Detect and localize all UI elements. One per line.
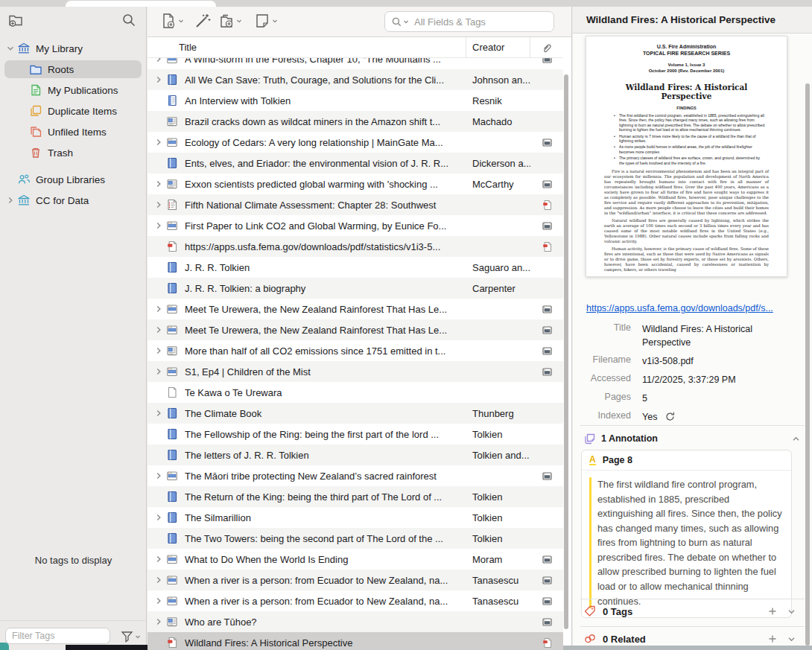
item-creator: Moram: [466, 554, 530, 565]
chevron-down-icon[interactable]: [787, 634, 796, 644]
expand-chevron-icon[interactable]: [153, 221, 164, 230]
item-row[interactable]: Fifth National Climate Assessment: Chapt…: [148, 194, 563, 215]
item-row[interactable]: What to Do When the World Is EndingMoram: [148, 549, 563, 570]
expand-chevron-icon[interactable]: [153, 179, 164, 188]
item-row[interactable]: Brazil cracks down as wildcat miners in …: [148, 111, 563, 132]
new-item-button[interactable]: [159, 12, 185, 30]
collection-trash[interactable]: Trash: [0, 142, 146, 163]
tag-filter-input[interactable]: [5, 628, 110, 644]
item-row[interactable]: When a river is a person: from Ecuador t…: [148, 590, 563, 611]
item-row[interactable]: Exxon scientists predicted global warmin…: [148, 173, 563, 194]
expand-chevron-icon[interactable]: [153, 346, 164, 355]
pdf-paragraph: Natural wildland fires are generally cau…: [604, 218, 769, 244]
expand-chevron-icon[interactable]: [153, 367, 164, 376]
item-row[interactable]: J. R. R. TolkienSaguaro an...: [148, 257, 563, 278]
column-header-creator[interactable]: Creator: [466, 37, 530, 57]
item-creator: Dickerson a...: [466, 158, 530, 169]
metadata-value[interactable]: Yes: [642, 410, 676, 424]
pdf-preview[interactable]: U.S. Fire Administration TOPICAL FIRE RE…: [586, 36, 787, 277]
item-row[interactable]: The letters of J. R. R. TolkienTolkien a…: [148, 445, 563, 465]
item-row[interactable]: Who are Tūhoe?: [148, 611, 563, 632]
expand-chevron-icon[interactable]: [153, 325, 164, 334]
expand-chevron-icon[interactable]: [153, 555, 164, 564]
tags-section-header[interactable]: 0 Tags: [583, 600, 801, 622]
quick-search-box[interactable]: [384, 11, 554, 32]
item-title: The letters of J. R. R. Tolkien: [185, 450, 466, 461]
item-row[interactable]: https://apps.usfa.fema.gov/downloads/pdf…: [148, 236, 563, 257]
add-related-button[interactable]: [767, 634, 778, 644]
collections-tree: My LibraryRootsMy PublicationsDuplicate …: [0, 38, 146, 211]
column-header-attachment[interactable]: [530, 37, 563, 57]
item-row[interactable]: Ents, elves, and Eriador: the environmen…: [148, 153, 563, 173]
window-tab[interactable]: [66, 1, 216, 7]
tag-filter-options-button[interactable]: [120, 629, 142, 643]
chevron-down-icon[interactable]: [787, 607, 796, 616]
collection-unfiled-items[interactable]: Unfiled Items: [0, 121, 146, 142]
paperclip-icon: [541, 42, 553, 54]
expand-chevron-icon[interactable]: [153, 409, 164, 418]
expand-chevron-icon[interactable]: [153, 138, 164, 147]
chevron-up-icon[interactable]: [791, 434, 801, 444]
item-row[interactable]: The Climate BookThunberg: [148, 403, 563, 424]
group-icon: [16, 173, 31, 187]
item-row[interactable]: All We Can Save: Truth, Courage, and Sol…: [148, 69, 563, 90]
reindex-refresh-icon[interactable]: [664, 411, 676, 422]
attachment-url-link[interactable]: https://apps.usfa.fema.gov/downloads/pdf…: [586, 303, 773, 313]
item-row[interactable]: Ecology of Cedars: A very long relations…: [148, 132, 563, 153]
expand-chevron-icon[interactable]: [153, 617, 164, 626]
item-row[interactable]: First Paper to Link CO2 and Global Warmi…: [148, 215, 563, 236]
item-row[interactable]: The Two Towers: being the second part of…: [148, 528, 563, 549]
collection-my-publications[interactable]: My Publications: [0, 80, 146, 101]
annotation-card[interactable]: A Page 8 The first wildland fire control…: [581, 450, 792, 618]
expand-chevron-icon[interactable]: [153, 596, 164, 605]
collection-my-library[interactable]: My Library: [0, 38, 146, 59]
item-type-book-icon: [165, 491, 179, 503]
item-row[interactable]: S1, Ep4 | Children of the Mist: [148, 361, 563, 382]
item-row[interactable]: J. R. R. Tolkien: a biographyCarpenter: [148, 278, 563, 299]
collection-group-libraries[interactable]: Group Libraries: [0, 169, 146, 190]
disclosure-down-icon[interactable]: [4, 44, 16, 53]
expand-chevron-icon[interactable]: [153, 513, 164, 522]
item-title: Meet Te Urewera, the New Zealand Rainfor…: [185, 304, 466, 315]
item-row[interactable]: Meet Te Urewera, the New Zealand Rainfor…: [148, 319, 563, 340]
item-type-newspaper-icon: [165, 616, 179, 628]
collection-cc-for-data[interactable]: CC for Data: [0, 190, 146, 211]
tags-count-label: 0 Tags: [603, 606, 767, 617]
metadata-value[interactable]: v1i3-508.pdf: [642, 354, 694, 368]
metadata-value[interactable]: 5: [642, 392, 647, 405]
annotations-section-header[interactable]: 1 Annotation: [583, 429, 801, 448]
metadata-value[interactable]: Wildland Fires: A Historical Perspective: [642, 322, 780, 349]
item-row[interactable]: Meet Te Urewera, the New Zealand Rainfor…: [148, 299, 563, 319]
expand-chevron-icon[interactable]: [153, 471, 164, 480]
expand-chevron-icon[interactable]: [153, 200, 164, 209]
add-tag-button[interactable]: [767, 606, 778, 616]
items-scrollbar[interactable]: [564, 74, 568, 629]
collection-roots[interactable]: Roots: [0, 59, 146, 80]
expand-chevron-icon[interactable]: [153, 576, 164, 584]
item-row[interactable]: Wildland Fires: A Historical Perspective: [148, 632, 563, 650]
item-row[interactable]: Te Kawa o Te Urewara: [148, 382, 563, 403]
add-by-identifier-button[interactable]: [194, 12, 212, 30]
item-row[interactable]: The SilmarillionTolkien: [148, 507, 563, 528]
details-scrollbar[interactable]: [805, 83, 810, 646]
add-attachment-button[interactable]: [218, 12, 243, 30]
collection-duplicate-items[interactable]: Duplicate Items: [0, 101, 146, 121]
item-row[interactable]: An Interview with TolkienResnik: [148, 90, 563, 111]
column-header-title[interactable]: Title: [148, 37, 466, 57]
expand-chevron-icon[interactable]: [153, 305, 164, 313]
related-count-label: 0 Related: [603, 634, 767, 645]
disclosure-right-icon[interactable]: [4, 196, 16, 205]
item-type-webpage-icon: [165, 366, 179, 377]
metadata-value[interactable]: 11/2/2025, 3:37:29 PM: [642, 373, 736, 386]
item-creator: Saguaro an...: [466, 262, 530, 273]
item-row[interactable]: When a river is a person: from Ecuador t…: [148, 570, 563, 590]
item-row[interactable]: The Māori tribe protecting New Zealand’s…: [148, 465, 563, 486]
item-row[interactable]: More than half of all CO2 emissions sinc…: [148, 340, 563, 361]
expand-chevron-icon[interactable]: [153, 75, 164, 84]
new-note-button[interactable]: [253, 12, 279, 30]
item-row[interactable]: The Return of the King: being the third …: [148, 486, 563, 507]
quick-search-input[interactable]: [414, 16, 548, 28]
collections-search-button[interactable]: [121, 12, 137, 28]
new-collection-button[interactable]: [7, 12, 24, 28]
item-row[interactable]: The Fellowship of the Ring: being the fi…: [148, 424, 563, 445]
